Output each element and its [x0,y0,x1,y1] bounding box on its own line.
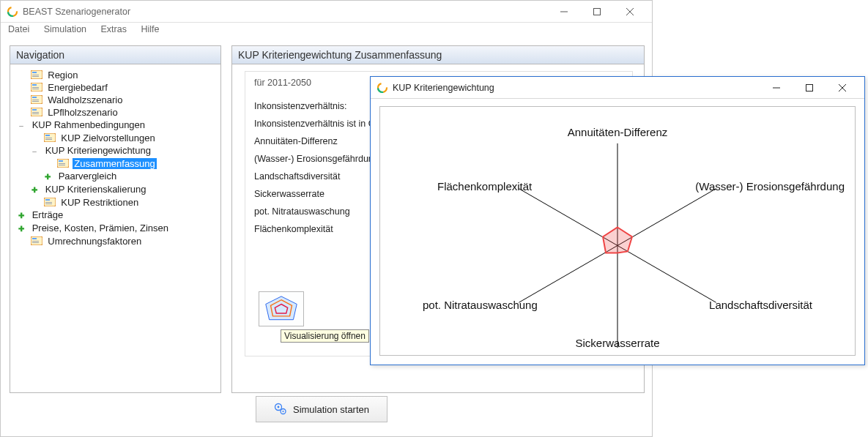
start-simulation-button[interactable]: Simulation starten [256,396,387,422]
svg-rect-31 [45,199,50,201]
collapse-icon[interactable]: – [15,119,28,132]
tree-item-energiebedarf[interactable]: Energiebedarf [15,81,218,94]
maximize-button[interactable] [580,1,613,22]
menu-simulation[interactable]: Simulation [41,23,89,36]
svg-rect-9 [32,76,39,77]
minimize-icon [773,84,780,91]
menu-extras[interactable]: Extras [98,23,130,36]
svg-rect-19 [32,109,37,111]
tooltip: Visualisierung öffnen [281,329,369,343]
tree-item-preise[interactable]: ✚ Preise, Kosten, Prämien, Zinsen [15,222,218,235]
plus-icon: ✚ [28,184,41,196]
svg-rect-25 [45,139,52,140]
svg-rect-11 [32,84,37,86]
svg-point-44 [282,411,283,412]
svg-rect-15 [32,97,37,98]
axis-label-nitrat: pot. Nitratauswaschung [423,299,538,311]
popup-title: KUP Kriteriengewichtung [393,83,760,93]
popup-window: KUP Kriteriengewichtung [370,76,865,365]
tree-item-kup-skal[interactable]: ✚ KUP Kriterienskalierung [15,183,218,196]
navigation-tree: Region Energiebedarf Waldholzszenario [10,64,220,252]
menu-datei[interactable]: Datei [5,23,32,36]
chart-thumbnail-icon [261,294,301,324]
navigation-header: Navigation [10,46,220,64]
chart-thumbnail[interactable] [259,291,304,326]
minimize-icon [560,8,568,15]
svg-rect-32 [45,202,52,203]
tree-item-kup-ziel[interactable]: KUP Zielvorstellungen [15,132,218,144]
tree-item-umrech[interactable]: Umrechnungsfaktoren [15,235,218,247]
svg-rect-13 [32,89,39,89]
main-titlebar: BEAST Szenariogenerator [1,1,652,23]
svg-rect-28 [59,163,65,164]
form-icon [44,198,56,206]
svg-rect-48 [806,84,812,91]
form-icon [31,95,42,104]
svg-rect-17 [32,101,39,102]
svg-line-53 [617,245,716,302]
window-title: BEAST Szenariogenerator [23,7,547,17]
close-icon [839,84,846,91]
maximize-icon [806,84,813,91]
main-panel-header: KUP Kriteriengewichtung Zusammenfassung [232,46,644,64]
svg-rect-24 [45,138,52,138]
tree-item-kup-rahmen[interactable]: – KUP Rahmenbedingungen [15,119,218,132]
collapse-icon[interactable]: – [28,145,41,157]
plus-icon: ✚ [41,171,54,183]
menubar: Datei Simulation Extras Hilfe [1,23,652,39]
close-button[interactable] [613,1,646,22]
svg-rect-20 [32,112,39,113]
svg-rect-16 [32,100,39,100]
gear-icon [274,403,287,416]
plus-icon: ✚ [15,209,28,222]
start-simulation-label: Simulation starten [293,404,369,415]
tree-item-kup-restr[interactable]: KUP Restriktionen [15,196,218,209]
popup-minimize-button[interactable] [760,78,793,98]
svg-rect-8 [32,75,39,75]
radar-svg [380,107,855,355]
form-icon [31,83,42,91]
svg-line-55 [519,245,617,302]
form-icon [57,159,69,168]
svg-rect-3 [593,8,600,15]
form-icon [31,70,42,79]
svg-rect-33 [45,203,52,204]
tree-item-zusammenfassung[interactable]: Zusammenfassung [15,157,218,170]
svg-rect-21 [32,113,39,114]
menu-hilfe[interactable]: Hilfe [138,23,162,36]
form-icon [31,108,42,116]
svg-rect-37 [32,242,39,243]
axis-label-landschaft: Landschaftsdiversität [709,299,812,311]
form-icon [31,236,42,245]
close-icon [626,8,634,15]
svg-rect-27 [59,160,63,162]
minimize-button[interactable] [547,1,580,22]
svg-rect-35 [32,238,37,239]
svg-rect-12 [32,87,39,88]
navigation-panel: Navigation Region Energiebedarf [10,45,221,393]
tree-item-waldholz[interactable]: Waldholzszenario [15,94,218,106]
tree-item-paarvergleich[interactable]: ✚ Paarvergleich [15,170,218,183]
axis-label-annuitaet: Annuitäten-Differenz [568,126,667,138]
svg-rect-36 [32,241,39,242]
svg-point-42 [278,406,280,408]
popup-close-button[interactable] [826,78,858,98]
maximize-icon [593,8,601,15]
axis-label-sicker: Sickerwasserrate [575,337,659,349]
radar-chart: Annuitäten-Differenz (Wasser-) Erosionsg… [379,106,856,356]
form-icon [44,133,56,142]
axis-label-erosion: (Wasser-) Erosionsgefährdung [695,180,845,193]
axis-label-flaechen: Flächenkomplexität [437,180,532,193]
svg-rect-23 [45,135,50,136]
tree-item-kup-krit[interactable]: – KUP Kriteriengewichtung [15,144,218,157]
tree-item-region[interactable]: Region [15,69,218,81]
svg-rect-7 [32,72,37,73]
app-icon [376,82,388,94]
popup-maximize-button[interactable] [793,78,826,98]
tree-item-lpflholz[interactable]: LPflholzszenario [15,106,218,119]
svg-rect-29 [59,165,65,165]
plus-icon: ✚ [15,223,28,235]
popup-titlebar: KUP Kriteriengewichtung [371,77,864,99]
tree-item-ertraege[interactable]: ✚ Erträge [15,209,218,222]
app-icon [7,6,18,18]
